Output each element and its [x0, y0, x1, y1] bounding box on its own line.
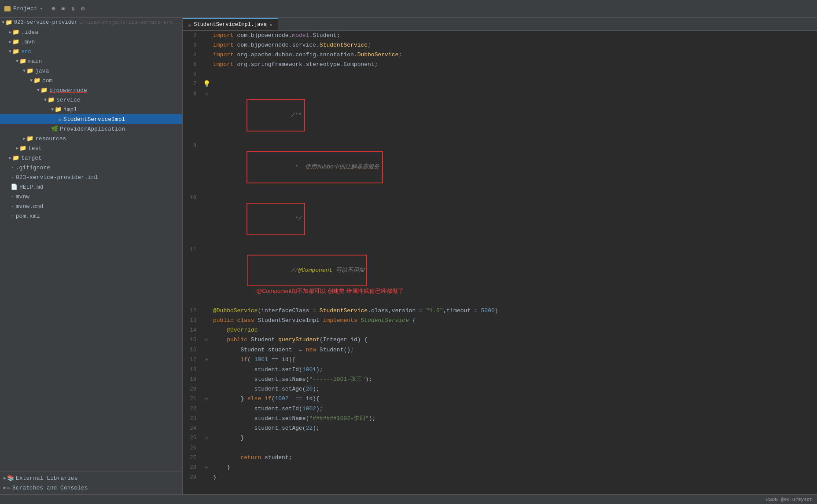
- com-label: com: [42, 77, 52, 84]
- java-file-icon: ☕: [58, 116, 62, 123]
- src-label: src: [21, 48, 31, 55]
- line-content-4: import org.apache.dubbo.config.annotatio…: [210, 50, 817, 60]
- line-content-15: public Student queryStudent(Integer id) …: [210, 335, 817, 345]
- editor-content[interactable]: 2 import com.bjpowernode.model.Student; …: [183, 31, 817, 494]
- line-number: 23: [183, 414, 202, 424]
- gutter-21: ⊖: [202, 394, 210, 404]
- src-folder-icon: 📁: [12, 48, 19, 55]
- line-content-22: student.setId(1002);: [210, 404, 817, 414]
- expand-icon: ▼: [51, 107, 54, 112]
- toolbar-icon-2[interactable]: ≡: [61, 5, 65, 12]
- sidebar-item-provider-app[interactable]: 🌿 ProviderApplication: [0, 124, 182, 134]
- sidebar-item-java[interactable]: ▼ 📁 java: [0, 66, 182, 76]
- tab-student-impl[interactable]: ☕ StudentServiceImpl.java ✕: [183, 18, 278, 30]
- line-number: 3: [183, 40, 202, 50]
- bulb-icon[interactable]: 💡: [203, 80, 210, 88]
- comment-box: /**: [247, 99, 305, 131]
- line-number: 17: [183, 355, 202, 365]
- bjpowernode-label: bjpowernode: [49, 87, 87, 94]
- spring-icon: 🌿: [51, 125, 58, 132]
- sidebar-item-gitignore[interactable]: · .gitignore: [0, 163, 182, 172]
- sidebar-item-help[interactable]: 📄 HELP.md: [0, 182, 182, 192]
- mvn-folder-icon: 📁: [12, 38, 19, 45]
- title-bar: Project ▾ ⊕ ≡ ⇅ ⚙ —: [0, 0, 817, 18]
- project-dropdown-icon[interactable]: ▾: [40, 6, 43, 11]
- sidebar-item-iml[interactable]: · 023-service-provider.iml: [0, 172, 182, 182]
- toolbar-icon-4[interactable]: ⚙: [81, 5, 85, 12]
- mvnw-icon: ·: [11, 194, 14, 200]
- sidebar-item-test[interactable]: ▶ 📁 test: [0, 143, 182, 153]
- expand-icon: ▼: [2, 20, 4, 25]
- project-label: Project: [13, 5, 37, 12]
- sidebar: ▼ 📁 023-service-provider E:\IDEA\Project…: [0, 18, 183, 494]
- line-content-9: * 使用dubbo中的注解暴露服务: [210, 141, 817, 193]
- main-label: main: [28, 58, 42, 65]
- sidebar-item-mvn[interactable]: ▶ 📁 .mvn: [0, 37, 182, 47]
- code-line-2: 2 import com.bjpowernode.model.Student;: [183, 31, 817, 40]
- tab-close-icon[interactable]: ✕: [269, 22, 272, 28]
- tree-root[interactable]: ▼ 📁 023-service-provider E:\IDEA\Project…: [0, 18, 182, 27]
- expand-icon: ▼: [30, 78, 33, 83]
- line-number: 29: [183, 473, 202, 482]
- sidebar-item-impl[interactable]: ▼ 📁 impl: [0, 105, 182, 114]
- toolbar-icon-1[interactable]: ⊕: [52, 5, 55, 12]
- line-number: 16: [183, 345, 202, 355]
- line-content-11: //@Component 可以不用加 @Component加不加都可以 创建类 …: [210, 245, 817, 306]
- gitignore-icon: ·: [11, 164, 14, 171]
- toolbar-icon-3[interactable]: ⇅: [71, 5, 74, 12]
- line-number: 18: [183, 365, 202, 375]
- idea-label: .idea: [21, 29, 38, 36]
- sidebar-item-resources[interactable]: ▶ 📁 resources: [0, 134, 182, 143]
- line-content-12: @DubboService(interfaceClass = StudentSe…: [210, 306, 817, 316]
- sidebar-item-service[interactable]: ▼ 📁 service: [0, 95, 182, 105]
- gutter-28: ⊖: [202, 463, 210, 473]
- line-number: 25: [183, 433, 202, 443]
- sidebar-item-idea[interactable]: ▶ 📁 .idea: [0, 27, 182, 37]
- expand-icon: ▶: [9, 29, 11, 35]
- line-content-20: student.setAge(20);: [210, 384, 817, 394]
- code-line-17: 17 ⊖ if( 1001 == id){: [183, 355, 817, 365]
- root-path: E:\IDEA\Projects\023-service-pro...: [79, 20, 181, 25]
- student-impl-label: StudentServiceImpl: [63, 116, 125, 123]
- gutter-8: ⊖: [202, 89, 210, 99]
- code-line-6: 6: [183, 69, 817, 79]
- line-content-3: import com.bjpowernode.service.StudentSe…: [210, 40, 817, 50]
- callout-box: //@Component 可以不用加: [247, 255, 367, 286]
- pom-icon: ·: [11, 213, 14, 219]
- code-line-14: 14 @Override: [183, 325, 817, 335]
- sidebar-item-bjpowernode[interactable]: ▼ 📁 bjpowernode: [0, 85, 182, 95]
- line-number: 10: [183, 193, 202, 203]
- sidebar-item-mvnw[interactable]: · mvnw: [0, 192, 182, 201]
- line-number: 4: [183, 50, 202, 60]
- code-line-26: 26: [183, 443, 817, 453]
- iml-label: 023-service-provider.iml: [16, 174, 98, 181]
- project-title: Project ▾: [4, 5, 43, 12]
- iml-icon: ·: [11, 174, 14, 181]
- help-label: HELP.md: [19, 184, 44, 190]
- line-number: 2: [183, 31, 202, 40]
- impl-label: impl: [63, 106, 77, 113]
- sidebar-item-student-impl[interactable]: ☕ StudentServiceImpl: [0, 114, 182, 124]
- sidebar-item-target[interactable]: ▶ 📁 target: [0, 153, 182, 163]
- code-line-16: 16 Student student = new Student();: [183, 345, 817, 355]
- code-line-13: 13 public class StudentServiceImpl imple…: [183, 316, 817, 325]
- sidebar-item-ext-libraries[interactable]: ▶ 📚 External Libraries: [0, 473, 182, 483]
- sidebar-item-com[interactable]: ▼ 📁 com: [0, 76, 182, 85]
- service-label: service: [56, 97, 81, 103]
- mvn-label: .mvn: [21, 39, 35, 45]
- test-label: test: [28, 145, 42, 152]
- line-content-29: }: [210, 473, 817, 482]
- code-line-11: 11 //@Component 可以不用加 @Component加不加都可以 创…: [183, 245, 817, 306]
- line-number: 8: [183, 89, 202, 99]
- sidebar-item-pom[interactable]: · pom.xml: [0, 211, 182, 221]
- line-content-17: if( 1001 == id){: [210, 355, 817, 365]
- toolbar-icon-5[interactable]: —: [91, 5, 94, 12]
- sidebar-item-main[interactable]: ▼ 📁 main: [0, 56, 182, 66]
- code-line-27: 27 return student;: [183, 453, 817, 463]
- sidebar-item-scratches[interactable]: ▶ ✏️ Scratches and Consoles: [0, 483, 182, 493]
- sidebar-item-mvnwcmd[interactable]: · mvnw.cmd: [0, 201, 182, 211]
- code-line-21: 21 ⊖ } else if(1002 == id){: [183, 394, 817, 404]
- sidebar-item-src[interactable]: ▼ 📁 src: [0, 47, 182, 56]
- ext-lib-icon: 📚: [7, 475, 14, 482]
- scratches-icon: ✏️: [7, 484, 11, 491]
